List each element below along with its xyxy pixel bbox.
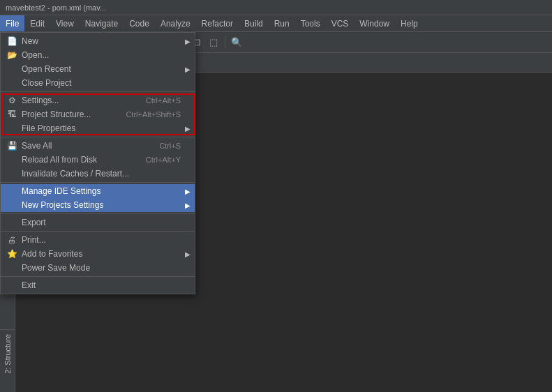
settings-icon: ⚙ bbox=[5, 96, 19, 105]
menu-item-invalidate[interactable]: Invalidate Caches / Restart... bbox=[1, 167, 195, 181]
file-properties-arrow: ▶ bbox=[185, 125, 191, 133]
menu-vcs[interactable]: VCS bbox=[326, 15, 355, 31]
new-icon: 📄 bbox=[5, 36, 19, 46]
menu-file[interactable]: File bbox=[0, 15, 24, 31]
sep-4 bbox=[1, 213, 195, 214]
menu-help[interactable]: Help bbox=[395, 15, 424, 31]
settings-shortcut: Ctrl+Alt+S bbox=[132, 96, 181, 105]
menu-item-add-favorites[interactable]: ⭐ Add to Favorites ▶ bbox=[1, 247, 195, 261]
menu-item-save-all[interactable]: 💾 Save All Ctrl+S bbox=[1, 139, 195, 153]
menu-item-new[interactable]: 📄 New ▶ bbox=[1, 34, 195, 48]
new-projects-arrow: ▶ bbox=[185, 202, 191, 209]
sep-1 bbox=[1, 91, 195, 92]
sep-6 bbox=[1, 276, 195, 277]
dropdown-menu: 📄 New ▶ 📂 Open... Open Recent ▶ Close Pr… bbox=[0, 32, 195, 294]
menu-bar: File Edit View Navigate Code Analyze Ref… bbox=[0, 15, 552, 32]
open-icon: 📂 bbox=[5, 50, 19, 60]
sep-2 bbox=[1, 137, 195, 137]
menu-item-open[interactable]: 📂 Open... bbox=[1, 48, 195, 62]
toolbar-search[interactable]: 🔍 bbox=[229, 35, 244, 50]
menu-item-power-save[interactable]: Power Save Mode bbox=[1, 261, 195, 275]
structure-tab[interactable]: 2: Structure bbox=[3, 334, 12, 374]
sep-5 bbox=[1, 231, 195, 232]
file-menu-dropdown: 📄 New ▶ 📂 Open... Open Recent ▶ Close Pr… bbox=[0, 32, 195, 294]
menu-item-open-recent[interactable]: Open Recent ▶ bbox=[1, 62, 195, 76]
toolbar-terminal[interactable]: ⬚ bbox=[206, 35, 221, 50]
menu-window[interactable]: Window bbox=[354, 15, 395, 31]
menu-item-settings[interactable]: ⚙ Settings... Ctrl+Alt+S bbox=[1, 93, 195, 107]
menu-tools[interactable]: Tools bbox=[295, 15, 326, 31]
title-text: mavebtest2 - pom.xml (mav... bbox=[6, 3, 106, 12]
reload-shortcut: Ctrl+Alt+Y bbox=[132, 156, 181, 164]
title-bar: mavebtest2 - pom.xml (mav... bbox=[0, 0, 552, 15]
menu-item-new-projects[interactable]: New Projects Settings ▶ bbox=[1, 198, 195, 212]
project-structure-icon: 🏗 bbox=[5, 110, 19, 119]
favorites-arrow: ▶ bbox=[185, 250, 191, 258]
open-recent-arrow: ▶ bbox=[185, 66, 191, 73]
toolbar-sep-4 bbox=[225, 36, 225, 49]
menu-code[interactable]: Code bbox=[124, 15, 155, 31]
menu-item-project-structure[interactable]: 🏗 Project Structure... Ctrl+Alt+Shift+S bbox=[1, 107, 195, 121]
menu-refactor[interactable]: Refactor bbox=[196, 15, 239, 31]
menu-item-reload[interactable]: Reload All from Disk Ctrl+Alt+Y bbox=[1, 153, 195, 167]
project-structure-shortcut: Ctrl+Alt+Shift+S bbox=[112, 110, 181, 119]
menu-item-export[interactable]: Export bbox=[1, 216, 195, 229]
manage-ide-arrow: ▶ bbox=[185, 188, 191, 195]
structure-sidebar: 2: Structure bbox=[0, 329, 15, 378]
menu-item-exit[interactable]: Exit bbox=[1, 278, 195, 292]
menu-run[interactable]: Run bbox=[269, 15, 295, 31]
menu-navigate[interactable]: Navigate bbox=[80, 15, 124, 31]
menu-edit[interactable]: Edit bbox=[24, 15, 50, 31]
menu-view[interactable]: View bbox=[50, 15, 80, 31]
menu-item-manage-ide[interactable]: Manage IDE Settings ▶ bbox=[1, 184, 195, 198]
menu-item-close-project[interactable]: Close Project bbox=[1, 76, 195, 90]
menu-item-print[interactable]: 🖨 Print... bbox=[1, 233, 195, 247]
favorites-icon: ⭐ bbox=[5, 249, 19, 259]
print-icon: 🖨 bbox=[5, 235, 19, 245]
new-arrow: ▶ bbox=[185, 38, 191, 45]
menu-item-file-properties[interactable]: File Properties ▶ bbox=[1, 121, 195, 135]
sep-3 bbox=[1, 182, 195, 183]
menu-build[interactable]: Build bbox=[239, 15, 269, 31]
save-icon: 💾 bbox=[5, 141, 19, 151]
menu-analyze[interactable]: Analyze bbox=[155, 15, 196, 31]
save-all-shortcut: Ctrl+S bbox=[145, 142, 181, 150]
